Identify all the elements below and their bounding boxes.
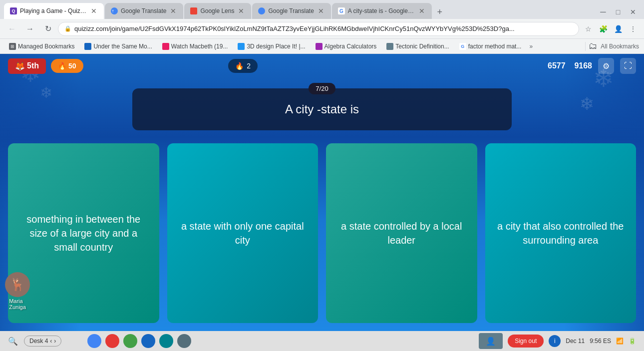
address-bar[interactable]: 🔒 quizizz.com/join/game/U2FsdGVkX1974p62…	[58, 22, 579, 36]
fullscreen-button[interactable]: ⛶	[620, 58, 636, 74]
bookmark-3d[interactable]: 3D design Place It! |...	[234, 41, 309, 51]
bookmark-algebra[interactable]: Algebra Calculators	[312, 41, 381, 51]
reload-button[interactable]: ↻	[40, 21, 56, 37]
red-app-icon[interactable]	[105, 334, 119, 348]
bookmark-macbeth[interactable]: Watch Macbeth (19...	[158, 41, 232, 51]
desk-nav[interactable]: Desk 4 ‹ ›	[24, 336, 61, 347]
green-app-icon[interactable]	[123, 334, 137, 348]
streak-count: 2	[247, 62, 251, 70]
bookmark-label-algebra: Algebra Calculators	[324, 43, 377, 50]
tab-favicon-quizizz: Q	[10, 7, 17, 14]
answers-grid: something in between the size of a large…	[0, 135, 644, 331]
extensions-icon[interactable]: 🧩	[596, 22, 610, 36]
tab-google-search[interactable]: G A city-state is - Google Search ✕	[332, 3, 432, 19]
tab-title-gl: Google Lens	[200, 7, 234, 14]
tab-favicon-gl	[190, 7, 197, 14]
svg-point-1	[91, 338, 98, 344]
tab-close-gt1[interactable]: ✕	[169, 7, 177, 15]
desk-prev[interactable]: ‹	[50, 338, 52, 345]
tab-quizizz[interactable]: Q Playing a Game - Quizizz ✕	[4, 3, 104, 19]
teal-app-icon[interactable]	[159, 334, 173, 348]
browser-toolbar: ← → ↻ 🔒 quizizz.com/join/game/U2FsdGVkX1…	[0, 19, 644, 39]
back-button[interactable]: ←	[4, 21, 20, 37]
player-avatar: 🦌	[5, 272, 30, 297]
grey-app-icon[interactable]	[177, 334, 191, 348]
bookmark-label-managed: Managed Bookmarks	[18, 43, 74, 50]
bookmark-favicon-algebra	[316, 43, 322, 50]
tab-close-gs[interactable]: ✕	[418, 7, 426, 15]
tab-close-quizizz[interactable]: ✕	[90, 7, 98, 15]
tab-favicon-gt1: T	[111, 7, 118, 14]
tab-title-gs: A city-state is - Google Search	[348, 7, 415, 14]
tab-title-gt2: Google Translate	[268, 7, 314, 14]
svg-text:T: T	[112, 9, 114, 13]
time-label: 9:56 ES	[590, 338, 611, 345]
bookmark-factor[interactable]: G factor method mat...	[455, 41, 526, 51]
url-text: quizizz.com/join/game/U2FsdGVkX1974p62Tk…	[74, 25, 573, 32]
answer-text-2: a state with only one capital city	[177, 219, 309, 247]
tab-google-lens[interactable]: Google Lens ✕	[184, 3, 251, 19]
question-text: A city -state is	[152, 102, 492, 116]
blue-app-icon[interactable]	[141, 334, 155, 348]
svg-point-5	[163, 338, 170, 344]
bookmark-favicon-3d	[238, 43, 245, 50]
bookmark-same-mo[interactable]: Under the Same Mo...	[80, 41, 156, 51]
question-box: A city -state is	[132, 88, 512, 130]
user-avatar-taskbar: 👤	[479, 333, 503, 349]
rank-badge: 🦊 5th	[8, 58, 46, 74]
bookmarks-right: 🗂 All Bookmarks	[585, 41, 639, 51]
bookmark-favicon-factor: G	[459, 43, 466, 50]
answer-text-3: a state controlled by a local leader	[336, 219, 467, 247]
chrome-taskbar-icon[interactable]	[87, 334, 101, 348]
tab-bar: Q Playing a Game - Quizizz ✕ T Google Tr…	[0, 0, 644, 19]
answer-text-4: a city that also controlled the surround…	[495, 219, 627, 247]
answer-card-1[interactable]: something in between the size of a large…	[8, 143, 159, 323]
sign-out-button[interactable]: Sign out	[508, 335, 544, 348]
toolbar-actions: ☆ 🧩 👤 ⋮	[581, 22, 640, 36]
tab-close-gl[interactable]: ✕	[237, 7, 245, 15]
tab-title-quizizz: Playing a Game - Quizizz	[20, 7, 87, 14]
svg-point-2	[109, 338, 116, 344]
bookmark-managed[interactable]: ⊞ Managed Bookmarks	[5, 41, 78, 51]
question-area: 7/20 A city -state is	[0, 78, 644, 135]
tab-google-translate-1[interactable]: T Google Translate ✕	[105, 3, 183, 19]
svg-point-6	[181, 338, 188, 344]
profile-icon[interactable]: 👤	[611, 22, 625, 36]
lock-icon: 🔒	[64, 25, 71, 32]
coins-badge: 🔥 50	[51, 59, 83, 73]
answer-card-2[interactable]: a state with only one capital city	[167, 143, 319, 323]
taskbar-icons	[87, 334, 191, 348]
answer-card-4[interactable]: a city that also controlled the surround…	[485, 143, 637, 323]
tab-title-gt1: Google Translate	[121, 7, 166, 14]
bookmarks-bar: ⊞ Managed Bookmarks Under the Same Mo...…	[0, 39, 644, 54]
bookmark-tectonic[interactable]: Tectonic Definition...	[382, 41, 453, 51]
forward-button[interactable]: →	[22, 21, 38, 37]
streak-badge: 🔥 2	[228, 59, 258, 73]
taskbar-right: 👤 Sign out i Dec 11 9:56 ES 📶 🔋	[479, 333, 636, 349]
bookmarks-overflow[interactable]: »	[529, 43, 533, 50]
search-icon: 🔍	[8, 337, 18, 346]
settings-button[interactable]: ⚙	[598, 58, 614, 74]
rank-icon: 🦊	[15, 61, 25, 71]
answer-text-1: something in between the size of a large…	[18, 212, 149, 254]
minimize-button[interactable]: ─	[596, 5, 610, 19]
question-counter: 7/20	[309, 83, 335, 94]
tab-google-translate-2[interactable]: Google Translate ✕	[252, 3, 330, 19]
answer-card-3[interactable]: a state controlled by a local leader	[326, 143, 477, 323]
info-icon: i	[549, 335, 561, 347]
tab-close-gt2[interactable]: ✕	[317, 7, 325, 15]
tab-favicon-gs: G	[338, 7, 345, 14]
bookmark-favicon-macbeth	[162, 43, 169, 50]
bookmark-star-icon[interactable]: ☆	[581, 22, 595, 36]
bookmark-label-factor: factor method mat...	[468, 43, 522, 50]
desk-next[interactable]: ›	[54, 338, 56, 345]
new-tab-button[interactable]: +	[433, 5, 447, 19]
close-window-button[interactable]: ✕	[626, 5, 640, 19]
battery-icon: 🔋	[629, 338, 636, 345]
score-left: 6577	[548, 61, 566, 70]
menu-icon[interactable]: ⋮	[626, 22, 640, 36]
maximize-button[interactable]: □	[611, 5, 625, 19]
taskbar: 🔍 Desk 4 ‹ ›	[0, 331, 644, 351]
score-right: 9168	[574, 61, 592, 70]
score-display: 6577 9168	[548, 61, 592, 70]
